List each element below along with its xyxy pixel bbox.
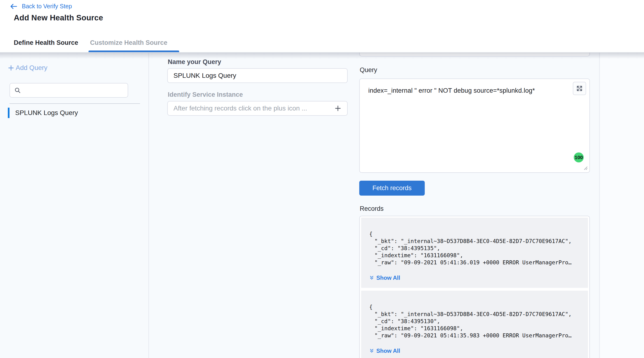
show-all-button[interactable]: Show All <box>369 348 583 354</box>
identify-service-instance-label: Identify Service Instance <box>168 91 243 98</box>
show-all-label: Show All <box>376 348 400 354</box>
back-arrow-icon <box>10 3 18 10</box>
service-instance-placeholder: After fetching records click on the plus… <box>174 105 334 112</box>
record-json-line: "_indextime": "1631166098", <box>369 252 583 259</box>
customize-health-source-panel: Add Query SPLUNK Logs Query Name your Qu… <box>0 53 644 358</box>
record-json-line: "_cd": "38:4395135", <box>369 245 583 252</box>
sidebar-divider <box>10 103 140 104</box>
record-count-badge: 100 <box>574 152 584 162</box>
drawer-header: Back to Verify Step Add New Health Sourc… <box>0 0 644 33</box>
fetch-records-button[interactable]: Fetch records <box>359 181 425 196</box>
query-search-input[interactable] <box>10 83 128 98</box>
record-json-line: "_cd": "38:4395130", <box>369 318 583 325</box>
add-query-label: Add Query <box>16 64 48 72</box>
record-json-line: "_indextime": "1631166098", <box>369 325 583 332</box>
service-instance-input[interactable]: After fetching records click on the plus… <box>167 101 348 116</box>
add-service-instance-icon[interactable] <box>334 105 342 112</box>
tab-define-health-source[interactable]: Define Health Source <box>14 39 78 46</box>
record-json-line: "_raw": "09-09-2021 05:41:36.019 +0000 E… <box>369 259 583 266</box>
record-json-line: { <box>369 304 583 311</box>
query-label: Query <box>360 66 377 74</box>
record-card: { "_bkt": "_internal~38~D537D8B4-3EC0-4D… <box>361 218 588 288</box>
record-json-line: "_bkt": "_internal~38~D537D8B4-3EC0-4D5E… <box>369 311 583 318</box>
partial-input-cut-off[interactable] <box>359 53 590 56</box>
expand-arrows-icon <box>576 85 583 92</box>
show-all-button[interactable]: Show All <box>369 275 583 281</box>
tab-bar: Define Health Source Customize Health So… <box>0 33 644 53</box>
plus-icon <box>8 65 14 71</box>
show-all-label: Show All <box>376 275 400 281</box>
tab-customize-health-source[interactable]: Customize Health Source <box>90 39 168 46</box>
query-name-input[interactable]: SPLUNK Logs Query <box>167 68 348 83</box>
query-item-label: SPLUNK Logs Query <box>15 109 78 117</box>
panel-right-margin <box>600 53 644 358</box>
search-icon <box>14 87 21 94</box>
back-link-label: Back to Verify Step <box>22 3 72 10</box>
record-json-line: "_bkt": "_internal~38~D537D8B4-3EC0-4D5E… <box>369 238 583 245</box>
query-name-value: SPLUNK Logs Query <box>174 72 236 79</box>
records-panel: { "_bkt": "_internal~38~D537D8B4-3EC0-4D… <box>359 216 590 358</box>
query-sidebar: Add Query SPLUNK Logs Query <box>0 53 149 358</box>
page-title: Add New Health Source <box>14 13 103 22</box>
textarea-resize-handle[interactable] <box>583 165 588 171</box>
active-tab-underline <box>88 50 179 52</box>
record-json-line: { <box>369 230 583 238</box>
name-your-query-label: Name your Query <box>168 58 221 66</box>
double-chevron-down-icon <box>369 275 374 281</box>
double-chevron-down-icon <box>369 348 374 354</box>
record-json-line: "_raw": "09-09-2021 05:41:35.983 +0000 E… <box>369 332 583 339</box>
add-query-button[interactable]: Add Query <box>8 64 48 72</box>
selected-query-indicator <box>8 108 10 118</box>
expand-query-button[interactable] <box>573 82 586 95</box>
query-textarea[interactable]: index=_internal " error " NOT debug sour… <box>359 78 590 173</box>
add-health-source-drawer: Back to Verify Step Add New Health Sourc… <box>0 0 644 358</box>
query-value: index=_internal " error " NOT debug sour… <box>368 87 535 94</box>
back-to-verify-step-link[interactable]: Back to Verify Step <box>10 3 72 10</box>
record-card: { "_bkt": "_internal~38~D537D8B4-3EC0-4D… <box>361 291 588 358</box>
query-list-item-splunk-logs-query[interactable]: SPLUNK Logs Query <box>8 108 78 118</box>
records-label: Records <box>360 205 384 212</box>
